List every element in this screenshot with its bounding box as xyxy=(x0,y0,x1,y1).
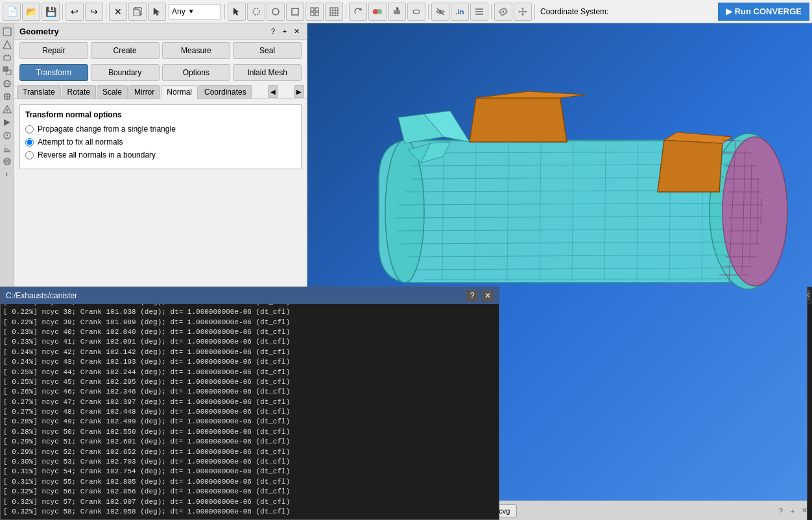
model-body xyxy=(379,91,787,289)
measure-button[interactable]: Measure xyxy=(162,42,231,59)
left-icon-5[interactable] xyxy=(1,78,13,89)
left-icon-9[interactable] xyxy=(1,130,13,141)
geometry-help-icon[interactable]: ? xyxy=(268,26,278,36)
svg-point-3 xyxy=(272,8,279,15)
push-pull-tool[interactable] xyxy=(388,3,406,21)
svg-point-16 xyxy=(377,9,382,14)
options-title: Transform normal options xyxy=(25,110,296,119)
camera-pan-tool[interactable] xyxy=(514,3,532,21)
select-button[interactable] xyxy=(148,3,166,21)
console-line: [ 0.23%] ncyc 41; Crank 102.091 (deg); d… xyxy=(3,337,496,347)
svg-rect-52 xyxy=(4,145,6,147)
option-reverse-all[interactable]: Reverse all normals in a boundary xyxy=(25,150,296,160)
pointer-tool[interactable] xyxy=(228,3,246,21)
options-button[interactable]: Options xyxy=(162,64,231,81)
camera-orbit-tool[interactable] xyxy=(494,3,512,21)
seal-button[interactable]: Seal xyxy=(233,42,302,59)
boolean-tool[interactable] xyxy=(368,3,387,21)
left-icon-11[interactable] xyxy=(1,156,13,167)
viewport-icon-1[interactable]: ? xyxy=(776,506,786,516)
transform-button[interactable]: Transform xyxy=(19,64,88,81)
left-icon-12[interactable]: i xyxy=(1,169,13,180)
separator-6 xyxy=(491,4,492,19)
option-fix-all[interactable]: Attempt to fix all normals xyxy=(25,137,296,147)
option-propagate[interactable]: Propagate change from a single triangle xyxy=(25,124,296,134)
svg-point-57 xyxy=(385,140,424,283)
tab-translate[interactable]: Translate xyxy=(17,85,61,99)
console-line: [ 0.25%] ncyc 45; Crank 102.295 (deg); d… xyxy=(3,377,496,387)
hide-tool[interactable] xyxy=(431,3,449,21)
selection-type-dropdown[interactable]: Any ▼ xyxy=(169,4,221,19)
undo-button[interactable]: ↩ xyxy=(66,3,84,21)
grid-tool[interactable] xyxy=(305,3,324,21)
copy-button[interactable] xyxy=(128,3,147,21)
right-console-panel: ? + ✕ ...setup completed....completed.s_… xyxy=(807,287,812,520)
console-title: C:/Exhausts/canister xyxy=(6,291,77,300)
cut-button[interactable]: ✕ xyxy=(109,3,127,21)
circle-select-tool[interactable] xyxy=(267,3,285,21)
boundary-button[interactable]: Boundary xyxy=(91,64,160,81)
console-line: [ 0.23%] ncyc 40; Crank 102.040 (deg); d… xyxy=(3,327,496,337)
console-line: [ 0.27%] ncyc 47; Crank 102.397 (deg); d… xyxy=(3,397,496,407)
tab-normal[interactable]: Normal xyxy=(161,85,198,99)
right-console-header: ? + ✕ xyxy=(807,287,812,303)
svg-point-27 xyxy=(503,10,505,12)
left-icon-4[interactable] xyxy=(1,65,13,77)
option-reverse-all-label: Reverse all normals in a boundary xyxy=(38,150,156,160)
box-select-tool[interactable] xyxy=(286,3,304,21)
frame-tool[interactable] xyxy=(325,3,343,21)
tab-scale[interactable]: Scale xyxy=(97,85,128,99)
console-line: [ 0.31%] ncyc 55; Crank 102.805 (deg); d… xyxy=(3,477,496,487)
console-content[interactable]: [ 0.20%] ncyc 35; Crank 101.785 (deg); d… xyxy=(1,304,499,519)
console-window: C:/Exhausts/canister ? ✕ [ 0.20%] ncyc 3… xyxy=(0,287,499,520)
console-line: [ 0.32%] ncyc 57; Crank 102.907 (deg); d… xyxy=(3,497,496,507)
tab-coordinates[interactable]: Coordinates xyxy=(198,85,252,99)
viewport-icon-2[interactable]: + xyxy=(787,506,798,516)
list-tool[interactable] xyxy=(470,3,488,21)
geometry-close-icon[interactable]: ✕ xyxy=(291,26,302,36)
tab-nav-right[interactable]: ▶ xyxy=(294,85,304,98)
console-close-icon[interactable]: ✕ xyxy=(482,290,494,301)
console-line: [ 0.28%] ncyc 50; Crank 102.550 (deg); d… xyxy=(3,427,496,437)
run-converge-label: Run CONVERGE xyxy=(735,6,802,16)
left-icon-7[interactable] xyxy=(1,104,13,115)
create-button[interactable]: Create xyxy=(91,42,160,59)
right-console-icon-3[interactable]: ✕ xyxy=(807,290,810,300)
left-icon-10[interactable] xyxy=(1,143,13,154)
console-header: C:/Exhausts/canister ? ✕ xyxy=(1,287,499,304)
option-reverse-all-radio[interactable] xyxy=(25,151,34,160)
inlaid-mesh-button[interactable]: Inlaid Mesh xyxy=(233,64,302,81)
repair-button[interactable]: Repair xyxy=(19,42,88,59)
separator-1 xyxy=(62,4,63,19)
tab-rotate[interactable]: Rotate xyxy=(62,85,96,99)
svg-marker-29 xyxy=(521,14,524,16)
option-fix-all-radio[interactable] xyxy=(25,138,34,147)
svg-rect-50 xyxy=(4,150,10,152)
dot-in-tool[interactable]: .in xyxy=(451,3,469,21)
rotate-tool[interactable] xyxy=(349,3,367,21)
viewport-tab-icons: ? + ✕ xyxy=(776,506,809,516)
redo-button[interactable]: ↪ xyxy=(85,3,103,21)
left-icon-6[interactable] xyxy=(1,91,13,102)
new-file-button[interactable]: 📄 xyxy=(3,3,21,21)
run-icon: ▶ xyxy=(726,6,732,16)
svg-line-21 xyxy=(437,8,444,15)
svg-point-46 xyxy=(6,112,8,113)
console-line: [ 0.32%] ncyc 58; Crank 102.958 (deg); d… xyxy=(3,507,496,517)
offset-tool[interactable] xyxy=(407,3,425,21)
save-file-button[interactable]: 💾 xyxy=(42,3,60,21)
svg-rect-4 xyxy=(292,8,298,15)
option-propagate-radio[interactable] xyxy=(25,125,34,134)
left-icon-1[interactable] xyxy=(1,26,13,38)
lasso-tool[interactable] xyxy=(247,3,265,21)
run-converge-button[interactable]: ▶ Run CONVERGE xyxy=(718,3,809,21)
open-file-button[interactable]: 📂 xyxy=(22,3,40,21)
tab-nav-left[interactable]: ◀ xyxy=(268,85,278,98)
tab-mirror[interactable]: Mirror xyxy=(128,85,160,99)
left-icon-2[interactable] xyxy=(1,39,13,51)
console-help-icon[interactable]: ? xyxy=(466,290,478,301)
left-icon-3[interactable] xyxy=(1,52,13,64)
console-header-icons: ? ✕ xyxy=(466,290,494,301)
geometry-minimize-icon[interactable]: + xyxy=(280,26,290,36)
left-icon-8[interactable] xyxy=(1,117,13,128)
